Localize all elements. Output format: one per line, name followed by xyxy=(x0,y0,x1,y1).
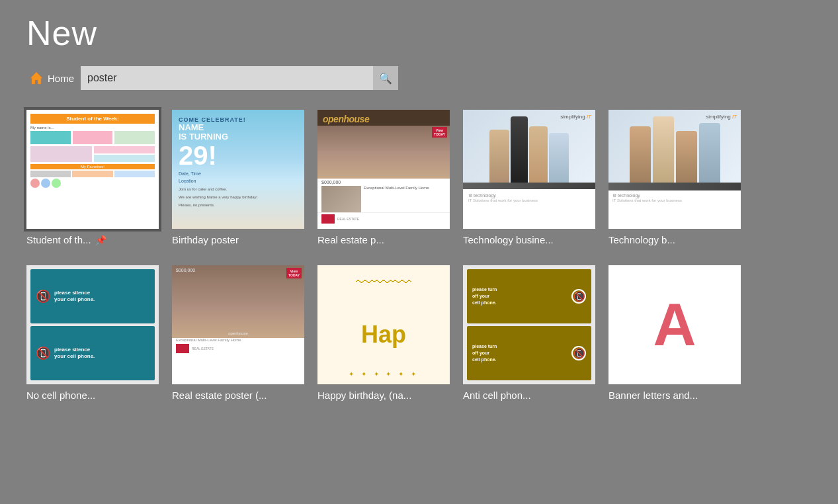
template-label-tech-b: Technology b... xyxy=(608,234,741,245)
template-label-anticell: Anti cell phon... xyxy=(463,390,595,401)
svg-marker-0 xyxy=(30,72,42,84)
page-header: New xyxy=(0,0,838,60)
page-title: New xyxy=(26,13,812,53)
template-student-of-the-week[interactable]: Student of the Week: My name is... xyxy=(26,110,159,245)
template-no-cell-phone[interactable]: 📵 please silenceyour cell phone. 📵 pleas… xyxy=(26,265,159,401)
thumbnail-tech-business: simplifying IT ⚙ technology IT Solutions… xyxy=(463,110,595,229)
search-input-wrap: 🔍 xyxy=(81,66,398,90)
grid-row-1: Student of the Week: My name is... xyxy=(26,110,812,245)
thumb-inner: 📵 please silenceyour cell phone. 📵 pleas… xyxy=(26,265,159,384)
template-technology-business[interactable]: simplifying IT ⚙ technology IT Solutions… xyxy=(463,110,595,245)
template-birthday-poster[interactable]: COME CELEBRATE! NAME IS TURNING 29! Date… xyxy=(172,110,304,245)
search-bar: Home 🔍 xyxy=(0,60,838,103)
thumbnail-student: Student of the Week: My name is... xyxy=(26,110,159,229)
thumbnail-tech-b: simplifying IT ⚙ technology IT Solutions… xyxy=(608,110,741,229)
template-label-student: Student of th... 📌 xyxy=(26,234,159,245)
thumbnail-birthday: COME CELEBRATE! NAME IS TURNING 29! Date… xyxy=(172,110,304,229)
templates-grid: Student of the Week: My name is... xyxy=(0,103,838,434)
template-label-birthday: Birthday poster xyxy=(172,234,304,245)
thumbnail-nocell: 📵 please silenceyour cell phone. 📵 pleas… xyxy=(26,265,159,384)
thumbnail-anticell: please turnoff yourcell phone. 📵 please … xyxy=(463,265,595,384)
thumbnail-realestate: openhouse ViewTODAY $000,000 Exceptional… xyxy=(317,110,450,229)
template-anti-cell-phone[interactable]: please turnoff yourcell phone. 📵 please … xyxy=(463,265,595,401)
thumb-inner: openhouse ViewTODAY $000,000 Exceptional… xyxy=(317,110,450,229)
thumb-inner: Student of the Week: My name is... xyxy=(26,110,159,229)
template-label-banner: Banner letters and... xyxy=(608,390,741,401)
thumbnail-realestate2: ViewTODAY $000,000 openhouse Exceptional… xyxy=(172,265,304,384)
template-label-realestate2: Real estate poster (... xyxy=(172,390,304,401)
search-icon: 🔍 xyxy=(379,72,392,85)
search-button[interactable]: 🔍 xyxy=(373,66,398,90)
template-label-tech-business: Technology busine... xyxy=(463,234,595,245)
home-label: Home xyxy=(48,73,74,84)
template-label-nocell: No cell phone... xyxy=(26,390,159,401)
template-technology-b[interactable]: simplifying IT ⚙ technology IT Solutions… xyxy=(608,110,741,245)
search-input[interactable] xyxy=(81,66,398,90)
template-label-realestate: Real estate p... xyxy=(317,234,450,245)
template-real-estate-p[interactable]: openhouse ViewTODAY $000,000 Exceptional… xyxy=(317,110,450,245)
template-real-estate-poster[interactable]: ViewTODAY $000,000 openhouse Exceptional… xyxy=(172,265,304,401)
thumb-inner: ViewTODAY $000,000 openhouse Exceptional… xyxy=(172,265,304,384)
thumb-inner: COME CELEBRATE! NAME IS TURNING 29! Date… xyxy=(172,110,304,229)
thumb-inner: please turnoff yourcell phone. 📵 please … xyxy=(463,265,595,384)
template-banner-letters[interactable]: A Banner letters and... xyxy=(608,265,741,401)
grid-row-2: 📵 please silenceyour cell phone. 📵 pleas… xyxy=(26,265,812,401)
home-button[interactable]: Home xyxy=(26,67,81,89)
template-label-happybday: Happy birthday, (na... xyxy=(317,390,450,401)
thumb-inner: simplifying IT ⚙ technology IT Solutions… xyxy=(608,110,741,229)
pin-icon: 📌 xyxy=(95,235,106,245)
thumb-inner: simplifying IT ⚙ technology IT Solutions… xyxy=(463,110,595,229)
template-happy-birthday[interactable]: 〰〰〰 Hap ✦ ✦ ✦ ✦ ✦ ✦ Happy birthday, (na.… xyxy=(317,265,450,401)
thumb-inner: A xyxy=(608,265,741,384)
home-icon xyxy=(29,71,44,85)
thumb-inner: 〰〰〰 Hap ✦ ✦ ✦ ✦ ✦ ✦ xyxy=(317,265,450,384)
thumbnail-banner: A xyxy=(608,265,741,384)
thumbnail-happybday: 〰〰〰 Hap ✦ ✦ ✦ ✦ ✦ ✦ xyxy=(317,265,450,384)
